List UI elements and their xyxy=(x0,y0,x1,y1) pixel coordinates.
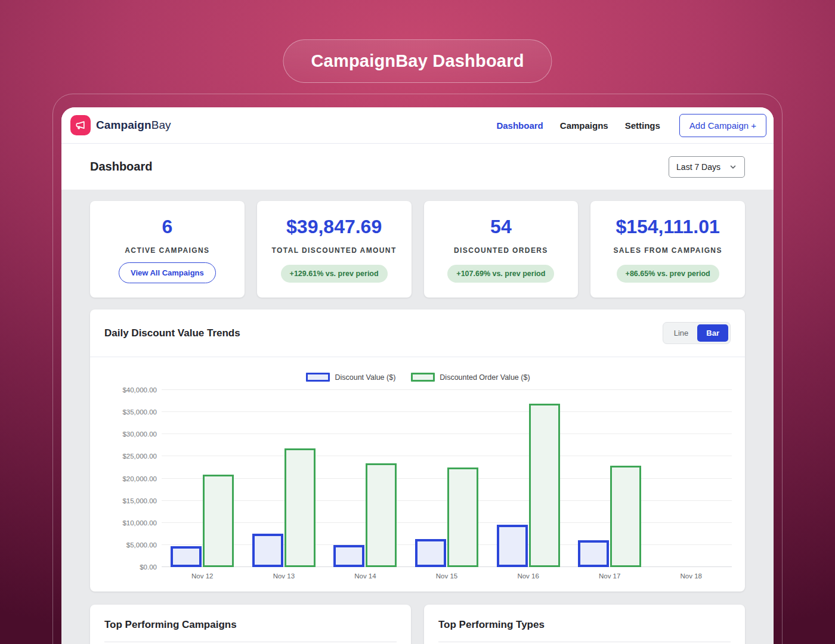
stat-value: 6 xyxy=(96,217,239,236)
trend-badge: +107.69% vs. prev period xyxy=(447,265,554,283)
legend-swatch xyxy=(411,373,435,382)
nav-dashboard[interactable]: Dashboard xyxy=(496,120,543,131)
stat-value: 54 xyxy=(430,217,573,236)
x-tick-label: Nov 17 xyxy=(569,572,651,580)
page-title-pill: CampaignBay Dashboard xyxy=(283,39,552,83)
toggle-bar-button[interactable]: Bar xyxy=(697,324,728,342)
stat-card-sales-from-campaigns: $154,111.01 SALES FROM CAMPAIGNS +86.65%… xyxy=(590,201,745,298)
bar[interactable] xyxy=(203,475,234,567)
y-tick-label: $35,000.00 xyxy=(122,408,157,416)
legend-item: Discount Value ($) xyxy=(306,373,395,382)
brand-name-bold: Campaign xyxy=(96,119,151,131)
date-range-select[interactable]: Last 7 Days xyxy=(669,156,745,178)
chart-title: Daily Discount Value Trends xyxy=(104,327,240,339)
date-range-value: Last 7 Days xyxy=(676,162,720,172)
bottom-panels: Top Performing Campaigns Top Performing … xyxy=(90,605,745,644)
x-tick-label: Nov 16 xyxy=(487,572,569,580)
bar-groups xyxy=(162,390,732,567)
bar-group xyxy=(243,390,325,567)
main-nav: Dashboard Campaigns Settings Add Campaig… xyxy=(496,114,766,137)
page-title: CampaignBay Dashboard xyxy=(311,51,524,70)
legend-label: Discount Value ($) xyxy=(335,373,395,382)
trend-badge: +129.61% vs. prev period xyxy=(281,265,388,283)
bar[interactable] xyxy=(333,545,364,567)
desktop-background: CampaignBay Dashboard CampaignBay Dashbo… xyxy=(0,0,835,644)
panel-title: Top Performing Types xyxy=(424,605,745,642)
bar[interactable] xyxy=(366,463,397,567)
bar[interactable] xyxy=(252,534,283,567)
legend-item: Discounted Order Value ($) xyxy=(411,373,530,382)
stat-label: SALES FROM CAMPAIGNS xyxy=(596,246,739,255)
top-performing-types-panel: Top Performing Types xyxy=(424,605,745,644)
bar-group xyxy=(650,390,732,567)
x-tick-label: Nov 18 xyxy=(650,572,732,580)
stat-value: $154,111.01 xyxy=(596,217,739,236)
x-tick-label: Nov 15 xyxy=(406,572,488,580)
divider xyxy=(104,642,397,642)
panel-title: Top Performing Campaigns xyxy=(90,605,411,642)
chart-legend: Discount Value ($)Discounted Order Value… xyxy=(104,373,732,382)
chart-card: Daily Discount Value Trends Line Bar Dis… xyxy=(90,309,745,592)
add-campaign-button[interactable]: Add Campaign + xyxy=(679,114,766,137)
stats-row: 6 ACTIVE CAMPAIGNS View All Campaigns $3… xyxy=(90,201,745,298)
chart-body: Discount Value ($)Discounted Order Value… xyxy=(90,357,745,592)
top-performing-campaigns-panel: Top Performing Campaigns xyxy=(90,605,411,644)
chart-area: $0.00$5,000.00$10,000.00$15,000.00$20,00… xyxy=(104,390,732,580)
app-header: CampaignBay Dashboard Campaigns Settings… xyxy=(61,107,774,143)
legend-swatch xyxy=(306,373,330,382)
x-tick-label: Nov 13 xyxy=(243,572,325,580)
y-tick-label: $30,000.00 xyxy=(122,431,157,438)
toggle-line-button[interactable]: Line xyxy=(665,324,698,342)
main-content: 6 ACTIVE CAMPAIGNS View All Campaigns $3… xyxy=(61,190,774,644)
bar-group xyxy=(162,390,243,567)
y-tick-label: $0.00 xyxy=(140,564,157,571)
chevron-down-icon xyxy=(729,163,737,171)
stat-card-active-campaigns: 6 ACTIVE CAMPAIGNS View All Campaigns xyxy=(90,201,245,298)
bar[interactable] xyxy=(415,539,446,567)
stat-card-discounted-amount: $39,847.69 TOTAL DISCOUNTED AMOUNT +129.… xyxy=(257,201,412,298)
bar-group xyxy=(487,390,569,567)
page-heading: Dashboard xyxy=(90,160,152,174)
stat-label: DISCOUNTED ORDERS xyxy=(430,246,573,255)
app-window-frame: CampaignBay Dashboard Campaigns Settings… xyxy=(52,94,783,644)
trend-badge: +86.65% vs. prev period xyxy=(617,265,719,283)
app-window: CampaignBay Dashboard Campaigns Settings… xyxy=(61,107,774,644)
stat-label: ACTIVE CAMPAIGNS xyxy=(96,246,239,255)
y-tick-label: $40,000.00 xyxy=(122,386,157,394)
chart-type-toggle: Line Bar xyxy=(663,322,731,344)
page-header: Dashboard Last 7 Days xyxy=(61,143,774,190)
chart-plot xyxy=(162,390,732,567)
bar-group xyxy=(569,390,651,567)
brand-name-light: Bay xyxy=(151,119,171,131)
bar[interactable] xyxy=(610,466,641,567)
brand-logo[interactable]: CampaignBay xyxy=(70,115,171,135)
y-tick-label: $15,000.00 xyxy=(122,497,157,504)
bar[interactable] xyxy=(497,525,528,567)
stat-value: $39,847.69 xyxy=(263,217,406,236)
bar[interactable] xyxy=(447,467,478,567)
chart-y-axis: $0.00$5,000.00$10,000.00$15,000.00$20,00… xyxy=(104,390,157,567)
view-all-campaigns-button[interactable]: View All Campaigns xyxy=(119,262,216,283)
megaphone-icon xyxy=(70,115,91,135)
bar-group xyxy=(406,390,488,567)
legend-label: Discounted Order Value ($) xyxy=(440,373,530,382)
bar[interactable] xyxy=(171,546,202,567)
y-tick-label: $25,000.00 xyxy=(122,453,157,460)
x-tick-label: Nov 12 xyxy=(162,572,243,580)
y-tick-label: $5,000.00 xyxy=(126,541,157,549)
nav-settings[interactable]: Settings xyxy=(625,120,660,131)
stat-label: TOTAL DISCOUNTED AMOUNT xyxy=(263,246,406,255)
bar[interactable] xyxy=(578,540,609,567)
bar[interactable] xyxy=(284,448,316,567)
y-tick-label: $10,000.00 xyxy=(122,519,157,527)
divider xyxy=(438,642,731,642)
bar[interactable] xyxy=(529,404,560,567)
nav-campaigns[interactable]: Campaigns xyxy=(560,120,608,131)
stat-card-discounted-orders: 54 DISCOUNTED ORDERS +107.69% vs. prev p… xyxy=(424,201,579,298)
x-tick-label: Nov 14 xyxy=(324,572,406,580)
chart-header: Daily Discount Value Trends Line Bar xyxy=(90,309,745,357)
bar-group xyxy=(324,390,406,567)
brand-name: CampaignBay xyxy=(96,119,171,132)
chart-x-axis: Nov 12Nov 13Nov 14Nov 15Nov 16Nov 17Nov … xyxy=(162,572,732,580)
y-tick-label: $20,000.00 xyxy=(122,475,157,482)
